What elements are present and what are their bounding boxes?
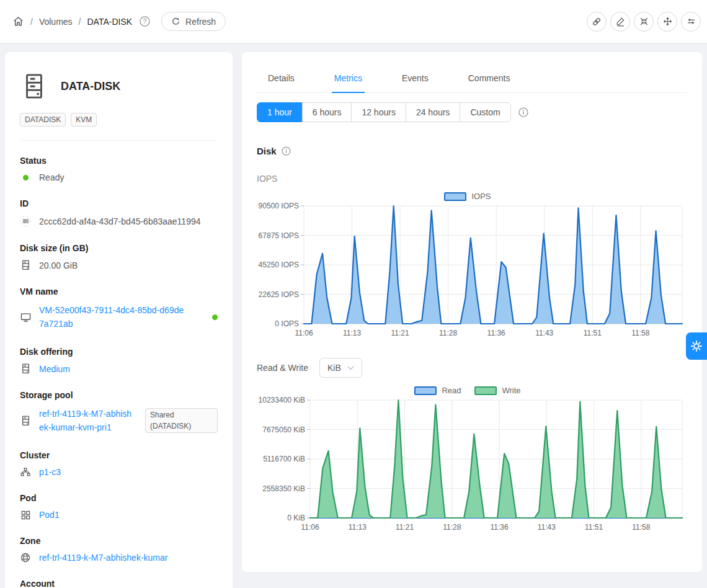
volume-actions <box>587 12 701 32</box>
svg-text:11:28: 11:28 <box>439 329 457 337</box>
breadcrumb-volumes[interactable]: Volumes <box>39 17 73 27</box>
svg-text:10233400 KiB: 10233400 KiB <box>259 396 305 404</box>
edit-button[interactable] <box>610 12 630 32</box>
info-icon[interactable] <box>282 146 291 156</box>
disk-metrics-heading: Disk <box>257 146 687 156</box>
volume-summary-card: DATA-DISK DATADISK KVM Status Ready ID <box>5 52 233 588</box>
volume-id-value: 2ccc62dd-af4a-43d7-bd45-6b83aae11994 <box>39 216 201 226</box>
write-legend-swatch[interactable] <box>474 386 497 395</box>
detail-tabs: Details Metrics Events Comments <box>257 52 687 93</box>
vm-name-link[interactable]: VM-52e00f43-7911-4dc4-85bd-d69de7a721ab <box>39 303 187 331</box>
read-legend-swatch[interactable] <box>414 386 437 395</box>
tab-comments[interactable]: Comments <box>466 65 513 92</box>
svg-text:11:43: 11:43 <box>535 329 553 337</box>
iops-chart-title: IOPS <box>257 174 687 184</box>
global-icon <box>20 553 31 563</box>
section-zone: Zone ref-trl-4119-k-M7-abhishek-kumar <box>20 536 218 563</box>
iops-legend-label: IOPS <box>471 192 491 201</box>
section-status: Status Ready <box>20 156 218 182</box>
range-6-hours[interactable]: 6 hours <box>302 102 352 122</box>
refresh-button[interactable]: Refresh <box>161 12 226 31</box>
svg-text:45250 IOPS: 45250 IOPS <box>259 261 299 269</box>
section-id: ID 2ccc62dd-af4a-43d7-bd45-6b83aae11994 <box>20 198 218 227</box>
range-custom[interactable]: Custom <box>460 102 510 122</box>
section-storage-pool: Storage pool ref-trl-4119-k-M7-abhishek-… <box>20 390 218 434</box>
svg-text:11:36: 11:36 <box>491 523 509 532</box>
breadcrumb-separator: / <box>30 17 33 27</box>
disk-size-value: 20.00 GiB <box>39 261 78 270</box>
status-value: Ready <box>39 172 64 182</box>
svg-text:0 IOPS: 0 IOPS <box>275 319 299 328</box>
time-range-row: 1 hour 6 hours 12 hours 24 hours Custom <box>257 102 687 122</box>
range-24-hours[interactable]: 24 hours <box>406 102 460 122</box>
svg-text:11:21: 11:21 <box>396 523 414 532</box>
pod-link[interactable]: Pod1 <box>39 510 60 520</box>
status-dot <box>23 175 29 180</box>
swap-icon <box>686 16 696 27</box>
barcode-icon <box>20 215 31 227</box>
resize-button[interactable] <box>634 12 654 32</box>
volume-hdd-icon <box>21 72 47 100</box>
page-title: DATA-DISK <box>61 80 120 93</box>
read-legend-label: Read <box>442 386 461 395</box>
svg-text:?: ? <box>143 18 147 25</box>
svg-text:11:51: 11:51 <box>584 329 602 337</box>
section-disk-offering: Disk offering Medium <box>20 347 218 374</box>
hdd-icon <box>20 416 31 426</box>
hdd-icon <box>20 260 31 270</box>
tab-metrics[interactable]: Metrics <box>332 65 365 92</box>
chevron-down-icon <box>347 366 354 370</box>
disk-offering-link[interactable]: Medium <box>39 364 70 374</box>
hypervisor-tag: KVM <box>71 113 97 127</box>
section-vm-name: VM name VM-52e00f43-7911-4dc4-85bd-d69de… <box>20 287 218 331</box>
attach-link-button[interactable] <box>587 12 607 32</box>
settings-fab[interactable] <box>686 332 707 360</box>
gear-icon <box>690 340 703 352</box>
tab-details[interactable]: Details <box>265 65 297 92</box>
svg-text:11:51: 11:51 <box>585 523 603 532</box>
cluster-link[interactable]: p1-c3 <box>39 467 61 477</box>
svg-text:11:36: 11:36 <box>487 329 505 337</box>
svg-text:11:06: 11:06 <box>295 329 313 337</box>
volume-type-tag: DATADISK <box>20 113 66 127</box>
home-icon[interactable] <box>12 16 24 27</box>
storage-pool-link[interactable]: ref-trl-4119-k-M7-abhishek-kumar-kvm-pri… <box>39 407 133 434</box>
volume-detail-card: Details Metrics Events Comments 1 hour 6… <box>242 52 702 572</box>
divider <box>20 140 218 141</box>
hdd-icon <box>20 363 31 374</box>
svg-text:90500 IOPS: 90500 IOPS <box>259 202 299 210</box>
desktop-icon <box>20 312 31 323</box>
section-account: Account admin <box>20 579 218 588</box>
appstore-icon <box>20 510 31 520</box>
svg-text:0 KiB: 0 KiB <box>287 514 305 522</box>
svg-text:11:43: 11:43 <box>538 523 556 532</box>
unit-select[interactable]: KiB <box>319 358 362 378</box>
info-icon[interactable] <box>518 107 528 117</box>
migrate-button[interactable] <box>657 12 677 32</box>
write-legend-label: Write <box>502 386 520 395</box>
svg-text:22625 IOPS: 22625 IOPS <box>259 290 299 299</box>
read-write-row: Read & Write KiB <box>257 358 687 378</box>
svg-text:11:06: 11:06 <box>301 523 319 532</box>
breadcrumb: / Volumes / DATA-DISK ? Refresh <box>12 12 226 31</box>
range-12-hours[interactable]: 12 hours <box>351 102 406 122</box>
svg-text:11:13: 11:13 <box>349 523 367 532</box>
read-write-legend: Read Write <box>257 386 687 395</box>
help-icon[interactable]: ? <box>140 16 150 27</box>
section-pod: Pod Pod1 <box>20 493 218 520</box>
read-write-chart: 0 KiB2558350 KiB5116700 KiB7675050 KiB10… <box>257 395 687 534</box>
read-write-label: Read & Write <box>257 363 308 373</box>
refresh-icon <box>171 17 180 26</box>
svg-text:11:13: 11:13 <box>343 329 361 337</box>
iops-legend-swatch[interactable] <box>444 192 466 201</box>
migrate-data-button[interactable] <box>681 12 701 32</box>
top-bar: / Volumes / DATA-DISK ? Refresh <box>0 0 707 43</box>
iops-legend: IOPS <box>257 192 687 201</box>
section-cluster: Cluster p1-c3 <box>20 450 218 477</box>
svg-text:7675050 KiB: 7675050 KiB <box>262 425 305 434</box>
tab-events[interactable]: Events <box>399 65 431 92</box>
svg-text:11:21: 11:21 <box>391 329 409 337</box>
range-1-hour[interactable]: 1 hour <box>257 102 303 122</box>
svg-text:11:28: 11:28 <box>443 523 461 532</box>
zone-link[interactable]: ref-trl-4119-k-M7-abhishek-kumar <box>39 553 167 563</box>
